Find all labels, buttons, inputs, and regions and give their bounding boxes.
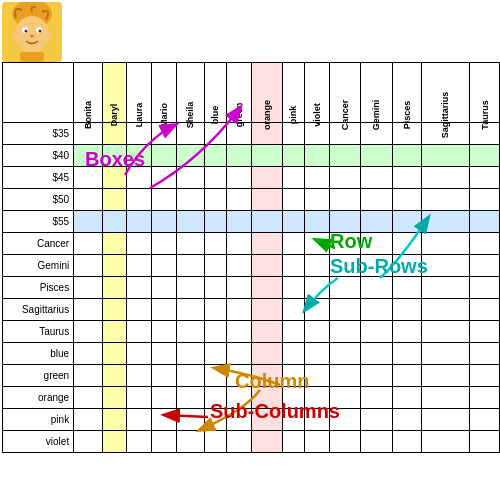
table-row: Pisces	[3, 277, 500, 299]
col-mario: Mario	[159, 103, 169, 127]
col-cancer-h: Cancer	[340, 100, 350, 131]
row-violet: violet	[3, 431, 74, 453]
row-taurus: Taurus	[3, 321, 74, 343]
svg-point-5	[39, 30, 42, 33]
boxes-label: Boxes	[85, 148, 145, 171]
table-row: Cancer	[3, 233, 500, 255]
row-cancer: Cancer	[3, 233, 74, 255]
svg-point-7	[12, 31, 18, 39]
subcolumns-label: Sub-Columns	[210, 400, 340, 423]
row-blue: blue	[3, 343, 74, 365]
row-label: Row	[330, 230, 372, 253]
row-sagittarius: Sagittarius	[3, 299, 74, 321]
col-blue: blue	[210, 106, 220, 125]
table-row: $40	[3, 145, 500, 167]
row-35: $35	[3, 123, 74, 145]
avatar	[2, 2, 62, 62]
row-green: green	[3, 365, 74, 387]
table-row: Taurus	[3, 321, 500, 343]
row-40: $40	[3, 145, 74, 167]
col-pink: pink	[289, 106, 299, 125]
table-row: $35	[3, 123, 500, 145]
row-pisces: Pisces	[3, 277, 74, 299]
col-green: green	[234, 103, 244, 128]
col-sheila: Sheila	[185, 102, 195, 129]
row-55: $55	[3, 211, 74, 233]
col-violet: violet	[312, 103, 322, 127]
svg-rect-9	[20, 52, 44, 62]
col-sagittarius-h: Sagittarius	[440, 92, 450, 139]
grid-container: Bonita Daryl Laura Mario Sheila	[0, 0, 500, 500]
row-45: $45	[3, 167, 74, 189]
table-row: $50	[3, 189, 500, 211]
svg-point-8	[46, 31, 52, 39]
avatar-area	[2, 2, 76, 62]
table-row: $45	[3, 167, 500, 189]
subrows-label: Sub-Rows	[330, 255, 428, 278]
row-50: $50	[3, 189, 74, 211]
col-orange: orange	[262, 100, 272, 130]
col-laura: Laura	[134, 103, 144, 128]
svg-point-4	[25, 30, 28, 33]
table-row: violet	[3, 431, 500, 453]
col-bonita: Bonita	[83, 101, 93, 129]
row-gemini: Gemini	[3, 255, 74, 277]
table-row: $55	[3, 211, 500, 233]
col-pisces-h: Pisces	[402, 101, 412, 130]
svg-point-1	[15, 16, 49, 52]
table-row: blue	[3, 343, 500, 365]
column-label: Column	[235, 370, 309, 393]
col-taurus-h: Taurus	[479, 100, 489, 129]
svg-point-6	[30, 35, 34, 38]
row-pink: pink	[3, 409, 74, 431]
table-row: Sagittarius	[3, 299, 500, 321]
col-gemini-h: Gemini	[371, 100, 381, 131]
row-orange: orange	[3, 387, 74, 409]
col-daryl: Daryl	[109, 104, 119, 127]
